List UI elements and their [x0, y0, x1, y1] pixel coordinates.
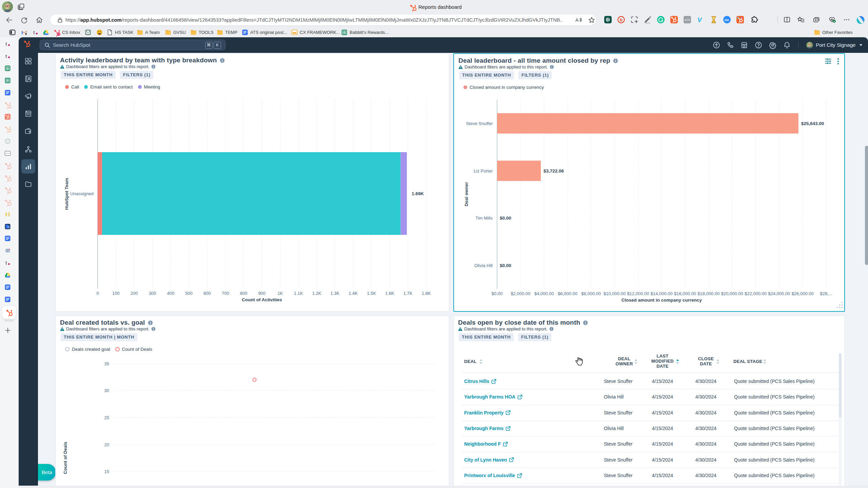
- favorites-icon[interactable]: [797, 16, 805, 24]
- column-header[interactable]: DEAL: [464, 359, 477, 364]
- pinned-tab-sheets[interactable]: [4, 77, 12, 84]
- sort-icon[interactable]: [634, 359, 638, 364]
- bookmark-gvsu[interactable]: GVSU: [165, 29, 186, 36]
- favorite-star-icon[interactable]: [588, 16, 595, 24]
- pinned-tab-hs-pale[interactable]: [4, 162, 12, 169]
- code-extension-icon[interactable]: </>: [683, 16, 691, 24]
- lock-icon[interactable]: [57, 17, 63, 23]
- resize-handle[interactable]: [835, 301, 843, 309]
- bookmark-a-team[interactable]: A Team: [137, 29, 160, 36]
- table-scrollbar-thumb[interactable]: [839, 353, 842, 418]
- hubspot-logo[interactable]: [23, 40, 34, 50]
- pinned-tab-msblue[interactable]: [4, 223, 12, 230]
- filter-tag[interactable]: FILTERS (1): [518, 333, 551, 341]
- pinned-tab-drive[interactable]: [4, 272, 12, 279]
- search-input[interactable]: Search HubSpot ⌘ K: [40, 40, 225, 50]
- upgrade-icon[interactable]: [713, 41, 720, 49]
- bookmark-temp[interactable]: TEMP: [217, 29, 237, 36]
- sidebar-item-marketing[interactable]: [24, 92, 32, 100]
- bookmark-cx-framework[interactable]: CX FRAMEWORK...: [291, 29, 340, 36]
- bookmark-smiley-icon[interactable]: [96, 29, 103, 36]
- pinned-tab-tabdots[interactable]: [4, 150, 12, 157]
- deal-link[interactable]: City of Lynn Haven: [464, 457, 514, 463]
- info-icon[interactable]: [583, 320, 588, 325]
- pinned-tab-gpt-gray[interactable]: [4, 138, 12, 145]
- vimeo-extension-icon[interactable]: V: [696, 16, 705, 24]
- pinned-tab-tdot[interactable]: t: [4, 260, 12, 267]
- pinned-tab-hs-pale[interactable]: [4, 102, 12, 109]
- page-scrollbar[interactable]: [865, 146, 868, 265]
- bookmark-cs-inbox[interactable]: CS Inbox: [54, 29, 80, 36]
- pinned-tab-hs-coral[interactable]: [4, 114, 12, 121]
- pinned-tab-gold-h[interactable]: [4, 211, 12, 218]
- bookmark-drive-icon[interactable]: [43, 29, 49, 36]
- bookmark-hs-task[interactable]: HS TASK: [106, 29, 133, 36]
- sidebar-item-crm[interactable]: [24, 75, 32, 83]
- builtwith-extension-icon[interactable]: b: [617, 16, 625, 24]
- sort-icon[interactable]: [763, 359, 767, 364]
- grammarly-extension-icon[interactable]: [657, 16, 665, 24]
- pinned-tab-docs[interactable]: [4, 235, 12, 242]
- hubspot-color-extension-icon[interactable]: [736, 16, 744, 24]
- browser-profile-avatar[interactable]: [2, 1, 13, 12]
- pinned-tab-docs[interactable]: [4, 296, 12, 303]
- help-icon[interactable]: [755, 41, 762, 49]
- column-header[interactable]: DEAL STAGE: [733, 359, 763, 364]
- bookmark-panel-icon[interactable]: [9, 29, 16, 36]
- deal-link[interactable]: Yarbrough Farms HOA: [464, 394, 522, 400]
- deal-link[interactable]: Neighborhood F: [464, 441, 508, 447]
- deal-link[interactable]: Franklin Property: [464, 410, 511, 415]
- workspaces-icon[interactable]: [17, 3, 25, 11]
- deal-link[interactable]: Printworx of Louisville: [464, 473, 522, 478]
- sort-icon[interactable]: [676, 359, 679, 364]
- sidebar-item-automations[interactable]: [24, 145, 32, 153]
- sidebar-item-workspaces[interactable]: [24, 57, 32, 65]
- column-header[interactable]: DEALOWNER: [615, 356, 633, 366]
- esign-extension-icon[interactable]: [644, 16, 652, 24]
- bookmark-tools[interactable]: TOOLS: [190, 29, 214, 36]
- sidebar-item-commerce[interactable]: [24, 127, 32, 135]
- bookmark-babbitt-s-rewards[interactable]: Babbitt's Rewards...: [341, 29, 389, 36]
- column-header[interactable]: LASTMODIFIEDDATE: [651, 353, 674, 369]
- sidebar-item-files[interactable]: [24, 180, 32, 188]
- browser-essentials-icon[interactable]: [828, 16, 836, 24]
- zoom-extension-icon[interactable]: zm: [723, 16, 731, 24]
- screenshot-extension-icon[interactable]: [630, 16, 638, 24]
- bookmark-other-favorites[interactable]: Other Favorites: [814, 29, 853, 36]
- address-bar[interactable]: https://app.hubspot.com/reports-dashboar…: [50, 15, 596, 25]
- collections-icon[interactable]: [812, 16, 821, 24]
- sort-icon[interactable]: [716, 359, 720, 364]
- settings-icon[interactable]: [769, 41, 776, 49]
- pinned-tab-sheets[interactable]: [4, 65, 12, 72]
- toggl-extension-icon[interactable]: [710, 16, 718, 24]
- notifications-icon[interactable]: [783, 41, 791, 49]
- copilot-icon[interactable]: [856, 16, 864, 24]
- read-aloud-icon[interactable]: A: [574, 16, 582, 24]
- account-menu[interactable]: Port City Signage: [806, 37, 863, 53]
- calls-icon[interactable]: [727, 41, 734, 49]
- active-tab-vertical[interactable]: [2, 306, 16, 319]
- pinned-tab-tdot[interactable]: t: [4, 53, 12, 60]
- deal-link[interactable]: Yarbrough Farms: [464, 426, 511, 431]
- pinned-tab-hs-pale[interactable]: [4, 199, 12, 206]
- bookmark-ats-original-post[interactable]: ATS original post...: [242, 29, 287, 36]
- pinned-tab-tdot[interactable]: t: [4, 41, 12, 48]
- info-icon[interactable]: [549, 327, 554, 331]
- pinned-tab-docs[interactable]: [4, 284, 12, 291]
- sidebar-item-content[interactable]: [24, 110, 32, 118]
- hubspot-ext-extension-icon[interactable]: [670, 16, 678, 24]
- filter-tag[interactable]: THIS ENTIRE MONTH: [459, 333, 514, 341]
- column-header[interactable]: CLOSEDATE: [698, 356, 714, 366]
- notion-extension-icon[interactable]: [604, 16, 612, 24]
- back-icon[interactable]: [5, 16, 13, 24]
- home-icon[interactable]: [35, 16, 43, 24]
- pinned-tab-hs-pale[interactable]: [4, 187, 12, 194]
- sort-icon[interactable]: [479, 359, 483, 364]
- deal-link[interactable]: Citrus Hills: [464, 379, 496, 384]
- bookmark-tdot-icon[interactable]: t: [32, 29, 39, 36]
- pinned-tab-outlook[interactable]: [4, 247, 12, 255]
- sidebar-item-reporting[interactable]: [24, 163, 32, 170]
- pinned-tab-hs-orange[interactable]: [4, 126, 12, 133]
- more-icon[interactable]: [843, 16, 851, 24]
- split-screen-icon[interactable]: [783, 16, 791, 24]
